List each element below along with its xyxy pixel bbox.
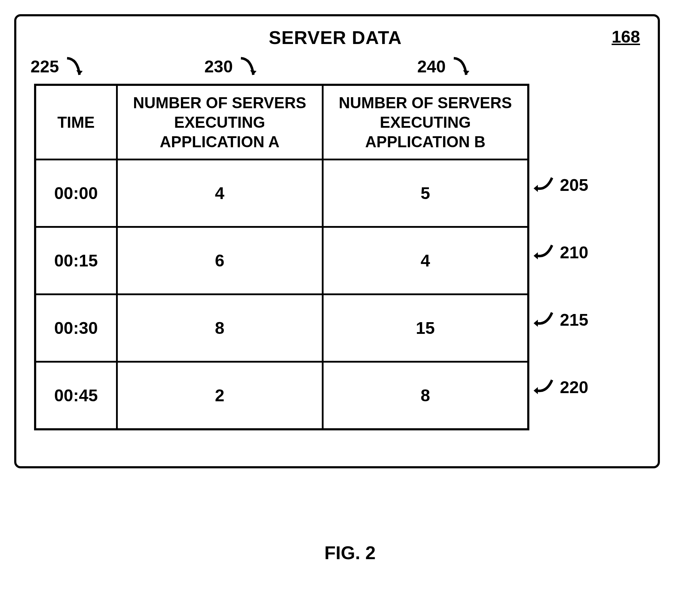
panel-title: SERVER DATA [34,27,636,48]
server-data-panel: 168 SERVER DATA 225 230 240 [14,14,660,468]
figure-label: FIG. 2 [0,542,700,563]
ref-225-text: 225 [31,57,59,76]
cell-app-b: 15 [323,294,528,362]
cell-app-a: 2 [117,362,323,429]
ref-arrow-icon [64,55,85,80]
table-header-row: TIME NUMBER OF SERVERS EXECUTING APPLICA… [35,85,528,160]
ref-225: 225 [31,55,85,80]
ref-arrow-icon [531,172,559,197]
header-app-a: NUMBER OF SERVERS EXECUTING APPLICATION … [117,85,323,160]
cell-app-b: 5 [323,160,528,227]
cell-app-a: 8 [117,294,323,362]
ref-215-text: 215 [560,310,588,330]
ref-240: 240 [417,55,472,80]
table-row: 00:15 6 4 [35,227,528,294]
ref-210-text: 210 [560,243,588,262]
cell-app-a: 6 [117,227,323,294]
ref-230-text: 230 [204,57,233,76]
cell-time: 00:00 [35,160,117,227]
cell-time: 00:15 [35,227,117,294]
cell-app-a: 4 [117,160,323,227]
table-container: TIME NUMBER OF SERVERS EXECUTING APPLICA… [34,84,636,430]
ref-220: 220 [531,375,588,400]
table-row: 00:30 8 15 [35,294,528,362]
ref-arrow-icon [237,55,259,80]
ref-230: 230 [204,55,259,80]
ref-arrow-icon [531,375,559,400]
header-app-b: NUMBER OF SERVERS EXECUTING APPLICATION … [323,85,528,160]
table-row: 00:45 2 8 [35,362,528,429]
ref-215: 215 [531,307,588,332]
table-row: 00:00 4 5 [35,160,528,227]
ref-arrow-icon [531,307,559,332]
figure-id-label: 168 [612,27,640,46]
ref-205: 205 [531,172,588,197]
server-data-table: TIME NUMBER OF SERVERS EXECUTING APPLICA… [34,84,529,430]
ref-arrow-icon [450,55,472,80]
ref-arrow-icon [531,240,559,265]
ref-240-text: 240 [417,57,446,76]
column-reference-labels: 225 230 240 [34,52,636,84]
ref-220-text: 220 [560,378,588,397]
cell-time: 00:30 [35,294,117,362]
ref-210: 210 [531,240,588,265]
cell-app-b: 4 [323,227,528,294]
header-time: TIME [35,85,117,160]
cell-time: 00:45 [35,362,117,429]
cell-app-b: 8 [323,362,528,429]
ref-205-text: 205 [560,175,588,195]
